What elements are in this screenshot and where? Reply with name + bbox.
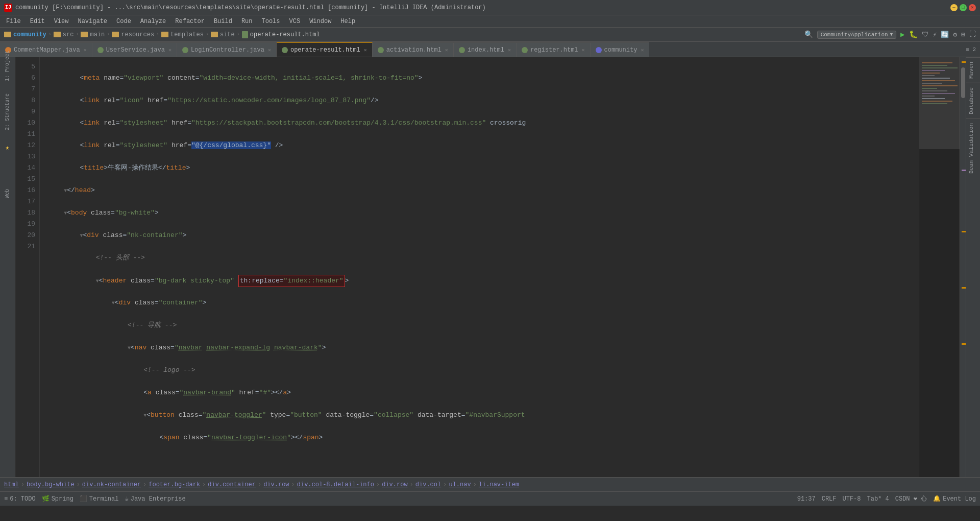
tab-label-logincontroller: LoginController.java (191, 46, 264, 54)
debug-button[interactable]: 🐛 (909, 30, 918, 39)
bottom-nav-col[interactable]: div.col (415, 481, 441, 488)
app-selector-label: CommunityApplication (821, 32, 888, 38)
tab-close-community[interactable]: ✕ (641, 47, 644, 53)
menu-help[interactable]: Help (336, 17, 359, 26)
menu-file[interactable]: File (2, 17, 25, 26)
status-spring[interactable]: 🌿 Spring (42, 495, 74, 503)
sidebar-favorites-icon[interactable]: ★ (1, 141, 14, 154)
status-position[interactable]: 91:37 (797, 495, 816, 503)
search-everywhere-icon[interactable]: 🔍 (804, 30, 813, 39)
tab-overflow[interactable]: ≡ 2 (962, 42, 980, 57)
layout-button[interactable]: ⊞ (961, 31, 965, 39)
status-todo-icon: ≡ (4, 495, 8, 503)
menu-vcs[interactable]: VCS (285, 17, 305, 26)
bc-file[interactable]: operate-result.html (242, 31, 320, 38)
settings-button[interactable]: ⚙ (953, 31, 957, 39)
menu-edit[interactable]: Edit (26, 17, 49, 26)
status-csdn[interactable]: CSDN ❤ 心 (895, 494, 927, 503)
tab-icon-operateresult (282, 47, 288, 53)
tab-close-operateresult[interactable]: ✕ (364, 47, 367, 53)
code-line-20: ▼<button class="navbar-toggler" type="bu… (48, 410, 919, 421)
maximize-button[interactable]: □ (960, 4, 967, 11)
tab-operateresult[interactable]: operate-result.html ✕ (277, 42, 373, 57)
scroll-thumb[interactable] (961, 67, 965, 98)
bottom-nav-sep10: › (473, 481, 477, 488)
profile-button[interactable]: ⚡ (933, 31, 937, 39)
tab-commentmapper[interactable]: CommentMapper.java ✕ (0, 42, 92, 57)
menu-window[interactable]: Window (305, 17, 335, 26)
bottom-nav-row1[interactable]: div.row (263, 481, 289, 488)
sidebar-web-icon[interactable]: Web (1, 187, 14, 200)
tab-register[interactable]: register.html ✕ (517, 42, 591, 57)
menu-code[interactable]: Code (112, 17, 135, 26)
line-numbers: 5 6 7 8 9 10 11 12 13 14 15 16 17 18 19 … (15, 57, 40, 477)
bottom-nav-body[interactable]: body.bg-white (27, 481, 75, 488)
bottom-nav-ul-nav[interactable]: ul.nav (449, 481, 471, 488)
tab-userservice[interactable]: UserService.java ✕ (92, 42, 177, 57)
status-java-enterprise[interactable]: ☕ Java Enterprise (125, 495, 185, 503)
status-encoding[interactable]: UTF-8 (843, 495, 861, 503)
scrollbar[interactable] (960, 57, 966, 477)
bc-main[interactable]: main (81, 31, 105, 38)
menu-navigate[interactable]: Navigate (74, 17, 111, 26)
tab-close-userservice[interactable]: ✕ (168, 47, 172, 53)
status-java-enterprise-label: Java Enterprise (131, 495, 186, 503)
code-content[interactable]: <meta name="viewport" content="width=dev… (40, 57, 919, 477)
menu-analyze[interactable]: Analyze (136, 17, 170, 26)
sidebar-maven-tab[interactable]: Maven (966, 57, 980, 83)
status-line-ending-label: CRLF (822, 495, 837, 503)
tab-logincontroller[interactable]: LoginController.java ✕ (177, 42, 277, 57)
bottom-nav-col-detail[interactable]: div.col-8.detail-info (297, 481, 374, 488)
bottom-nav-row2[interactable]: div.row (382, 481, 407, 488)
tab-activation[interactable]: activation.html ✕ (373, 42, 454, 57)
bottom-nav-sep8: › (410, 481, 413, 488)
status-line-ending[interactable]: CRLF (822, 495, 837, 503)
menu-tools[interactable]: Tools (258, 17, 284, 26)
bc-templates[interactable]: templates (161, 31, 204, 38)
scroll-mark-5 (962, 343, 966, 345)
menu-refactor[interactable]: Refactor (171, 17, 209, 26)
tab-close-logincontroller[interactable]: ✕ (268, 47, 271, 53)
expand-button[interactable]: ⛶ (969, 31, 976, 38)
app-selector[interactable]: CommunityApplication ▼ (817, 31, 896, 39)
tab-community[interactable]: community ✕ (591, 42, 650, 57)
bc-site[interactable]: site (211, 31, 235, 38)
sidebar-bean-validation-tab[interactable]: Bean Validation (966, 119, 980, 178)
status-indent[interactable]: Tab* 4 (867, 495, 889, 503)
menu-run[interactable]: Run (237, 17, 257, 26)
tab-label-index: index.html (468, 46, 504, 54)
bc-sep4: › (156, 32, 159, 37)
menu-build[interactable]: Build (210, 17, 236, 26)
minimap-viewport[interactable] (919, 57, 960, 149)
bc-sep6: › (237, 32, 240, 37)
sidebar-project-icon[interactable]: 1: Project (1, 59, 14, 73)
tab-close-commentmapper[interactable]: ✕ (84, 47, 87, 53)
bottom-nav-div-nk[interactable]: div.nk-container (82, 481, 141, 488)
bottom-nav-html[interactable]: html (4, 481, 19, 488)
update-button[interactable]: 🔄 (941, 31, 949, 39)
bc-community[interactable]: community (4, 31, 46, 38)
bottom-nav-sep4: › (202, 481, 206, 488)
bc-src[interactable]: src (54, 31, 74, 38)
status-event-log[interactable]: 🔔 Event Log (933, 495, 976, 503)
menu-view[interactable]: View (50, 17, 73, 26)
bottom-nav-li-nav-item[interactable]: li.nav-item (479, 481, 519, 488)
tab-label-community: community (604, 46, 638, 54)
tab-close-index[interactable]: ✕ (508, 47, 511, 53)
status-todo[interactable]: ≡ 6: TODO (4, 495, 36, 503)
tab-index[interactable]: index.html ✕ (454, 42, 517, 57)
sidebar-structure-icon[interactable]: 2: Structure (1, 105, 14, 119)
close-button[interactable]: ✕ (969, 4, 976, 11)
minimize-button[interactable]: — (950, 4, 958, 11)
tab-close-activation[interactable]: ✕ (445, 47, 448, 53)
tab-icon-register (522, 47, 528, 53)
status-terminal[interactable]: ⬛ Terminal (80, 495, 119, 503)
tab-close-register[interactable]: ✕ (582, 47, 585, 53)
bottom-nav-container[interactable]: div.container (208, 481, 256, 488)
app-selector-dropdown-icon: ▼ (890, 32, 893, 37)
coverage-button[interactable]: 🛡 (922, 31, 929, 39)
run-button[interactable]: ▶ (900, 30, 904, 39)
sidebar-database-tab[interactable]: Database (966, 83, 980, 119)
bottom-nav-footer[interactable]: footer.bg-dark (149, 481, 200, 488)
bc-resources[interactable]: resources (112, 31, 154, 38)
